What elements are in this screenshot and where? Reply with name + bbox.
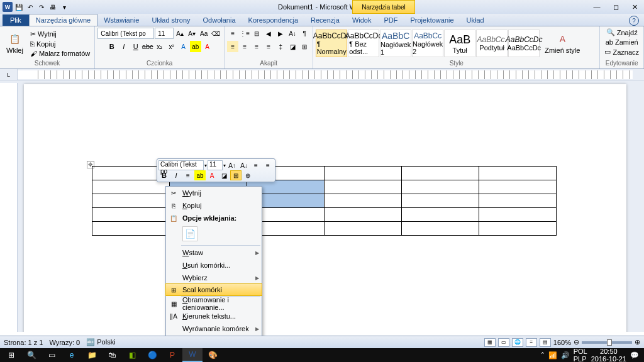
indent-dec-button[interactable]: ◀ xyxy=(263,28,274,39)
text-effects-button[interactable]: A xyxy=(178,41,189,52)
horizontal-ruler[interactable] xyxy=(18,70,633,79)
view-print-layout[interactable]: ▦ xyxy=(484,338,496,347)
minimize-button[interactable]: — xyxy=(587,1,606,13)
view-full-screen[interactable]: ▭ xyxy=(498,338,509,347)
tray-chevron-icon[interactable]: ˄ xyxy=(541,351,545,359)
font-name-combo[interactable]: Calibri (Tekst po xyxy=(97,28,154,39)
replace-button[interactable]: abZamień xyxy=(604,38,640,47)
mini-shading[interactable]: ◪ xyxy=(218,170,230,180)
menu-copy[interactable]: ⎘ Kopiuj xyxy=(166,199,262,212)
superscript-button[interactable]: x² xyxy=(166,41,177,52)
copy-button[interactable]: ⎘Kopiuj xyxy=(28,40,92,48)
status-language[interactable]: 🔤 Polski xyxy=(86,338,115,346)
bold-button[interactable]: B xyxy=(106,41,118,52)
align-right-button[interactable]: ≡ xyxy=(251,41,262,52)
status-words[interactable]: Wyrazy: 0 xyxy=(49,339,80,346)
font-size-combo[interactable]: 11 xyxy=(155,28,174,39)
tab-view[interactable]: Widok xyxy=(346,14,378,26)
numbering-button[interactable]: ⋮≡ xyxy=(239,28,250,39)
line-spacing-button[interactable]: ‡ xyxy=(275,41,286,52)
mini-italic[interactable]: I xyxy=(170,170,182,180)
change-case-button[interactable]: Aa xyxy=(198,28,209,39)
taskbar-powerpoint[interactable]: P xyxy=(162,348,182,362)
style-heading1[interactable]: AaBbCNagłówek 1 xyxy=(380,30,411,57)
taskbar-paint[interactable]: 🎨 xyxy=(203,348,223,362)
view-draft[interactable]: ▤ xyxy=(540,338,551,347)
print-icon[interactable]: 🖶 xyxy=(48,2,58,12)
search-button[interactable]: 🔍 xyxy=(21,348,42,362)
qat-dropdown-icon[interactable]: ▾ xyxy=(59,2,69,12)
indent-inc-button[interactable]: ▶ xyxy=(275,28,286,39)
taskbar-chrome[interactable]: 🔵 xyxy=(142,348,162,362)
sort-button[interactable]: A↓ xyxy=(287,28,298,39)
style-subtitle[interactable]: AaBbCc.Podtytuł xyxy=(476,30,508,57)
menu-cut[interactable]: ✂ Wytnij xyxy=(166,187,262,199)
mini-size-combo[interactable]: 11 xyxy=(208,160,223,170)
task-view-button[interactable]: ▭ xyxy=(42,348,62,362)
tray-clock[interactable]: 20:502016-10-21 xyxy=(591,348,626,362)
tray-volume-icon[interactable]: 🔊 xyxy=(561,351,570,359)
italic-button[interactable]: I xyxy=(118,41,130,52)
align-left-button[interactable]: ≡ xyxy=(227,41,238,52)
paste-button[interactable]: 📋 Wklej xyxy=(3,31,27,55)
table-row[interactable] xyxy=(92,208,557,222)
shrink-font-button[interactable]: A▾ xyxy=(186,28,197,39)
mini-indent-inc[interactable]: ≡ xyxy=(262,160,274,170)
borders-button[interactable]: ⊞ xyxy=(299,41,310,52)
tray-network-icon[interactable]: 📶 xyxy=(548,351,557,359)
tab-references[interactable]: Odwołania xyxy=(197,14,242,26)
justify-button[interactable]: ≡ xyxy=(263,41,274,52)
tab-insert[interactable]: Wstawianie xyxy=(97,14,145,26)
mini-indent-dec[interactable]: ≡ xyxy=(250,160,262,170)
tab-page-layout[interactable]: Układ strony xyxy=(145,14,196,26)
shading-button[interactable]: ◪ xyxy=(287,41,298,52)
taskbar-word[interactable]: W xyxy=(182,348,203,362)
start-button[interactable]: ⊞ xyxy=(1,348,21,362)
vertical-ruler[interactable] xyxy=(0,83,18,332)
tab-home[interactable]: Narzędzia główne xyxy=(29,14,97,26)
tab-review[interactable]: Recenzja xyxy=(304,14,346,26)
format-painter-button[interactable]: 🖌Malarz formatów xyxy=(28,49,92,58)
tab-selector[interactable]: L xyxy=(0,69,18,80)
status-page[interactable]: Strona: 1 z 1 xyxy=(4,339,43,346)
mini-shrink-font[interactable]: A↓ xyxy=(238,160,250,170)
taskbar-store[interactable]: 🛍 xyxy=(102,348,122,362)
tab-pdf[interactable]: PDF xyxy=(377,14,404,26)
mini-grow-font[interactable]: A↑ xyxy=(226,160,238,170)
subscript-button[interactable]: x₂ xyxy=(154,41,165,52)
zoom-slider[interactable] xyxy=(582,341,632,344)
view-outline[interactable]: ≡ xyxy=(526,338,537,347)
mini-bold[interactable]: B xyxy=(158,170,170,180)
zoom-out-button[interactable]: ⊖ xyxy=(574,338,579,346)
table-row[interactable] xyxy=(92,194,557,208)
tray-language[interactable]: POLPLP xyxy=(574,348,587,362)
maximize-button[interactable]: ◻ xyxy=(606,1,625,13)
style-normal[interactable]: AaBbCcDc¶ Normalny xyxy=(316,30,347,57)
style-extra[interactable]: AaBbCcDcAaBbCcDc xyxy=(508,30,540,57)
redo-icon[interactable]: ↷ xyxy=(36,2,47,12)
help-icon[interactable]: ? xyxy=(629,16,639,26)
tab-mailings[interactable]: Korespondencja xyxy=(242,14,305,26)
menu-merge-cells[interactable]: ⊞ Scal komórki xyxy=(165,283,262,296)
paste-option-keep-source[interactable]: 📄 xyxy=(182,226,197,241)
menu-select[interactable]: Wybierz ▶ xyxy=(166,272,262,284)
taskbar-edge[interactable]: e xyxy=(62,348,82,362)
menu-borders-shading[interactable]: ▦ Obramowanie i cieniowanie... xyxy=(166,297,262,310)
taskbar-explorer[interactable]: 📁 xyxy=(82,348,102,362)
select-button[interactable]: ▭Zaznacz xyxy=(602,47,641,57)
save-icon[interactable]: 💾 xyxy=(14,2,24,12)
clear-format-button[interactable]: ⌫ xyxy=(210,28,221,39)
tab-file[interactable]: Plik xyxy=(3,14,29,26)
cut-button[interactable]: ✂Wytnij xyxy=(28,30,92,39)
close-button[interactable]: ✕ xyxy=(625,1,644,13)
show-marks-button[interactable]: ¶ xyxy=(299,28,310,39)
multilevel-button[interactable]: ⊟ xyxy=(251,28,262,39)
page[interactable]: ✥ xyxy=(24,84,626,332)
zoom-in-button[interactable]: ⊕ xyxy=(635,338,640,346)
change-styles-button[interactable]: A Zmień style xyxy=(541,31,584,55)
mini-borders[interactable]: ⊞ xyxy=(230,170,242,180)
tray-notifications-icon[interactable]: 💬 xyxy=(630,351,639,359)
style-gallery[interactable]: AaBbCcDc¶ Normalny AaBbCcDc¶ Bez odst...… xyxy=(316,30,540,57)
tab-table-layout[interactable]: Układ xyxy=(460,14,491,26)
taskbar-app1[interactable]: ◧ xyxy=(122,348,142,362)
